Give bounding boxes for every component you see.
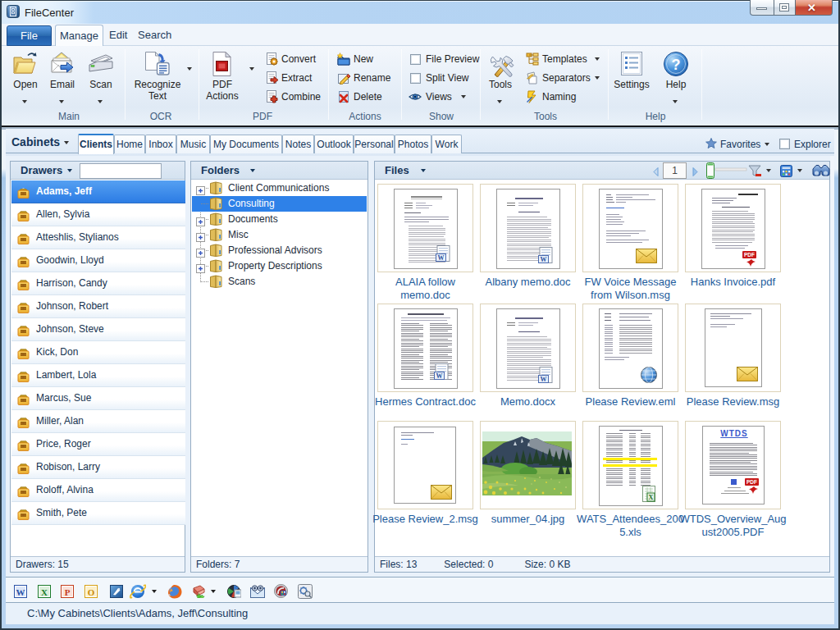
- svg-text:X: X: [41, 587, 48, 597]
- svg-text:W: W: [438, 254, 445, 262]
- svg-text:W: W: [541, 376, 547, 383]
- svg-text:?: ?: [672, 57, 681, 73]
- svg-text:PDF: PDF: [746, 479, 757, 485]
- svg-text:P: P: [65, 587, 71, 597]
- svg-text:X: X: [649, 494, 654, 501]
- svg-text:W: W: [16, 587, 25, 597]
- svg-text:O: O: [88, 587, 95, 597]
- svg-text:PDF: PDF: [744, 252, 755, 258]
- svg-text:W: W: [436, 372, 443, 380]
- svg-text:W: W: [541, 256, 547, 263]
